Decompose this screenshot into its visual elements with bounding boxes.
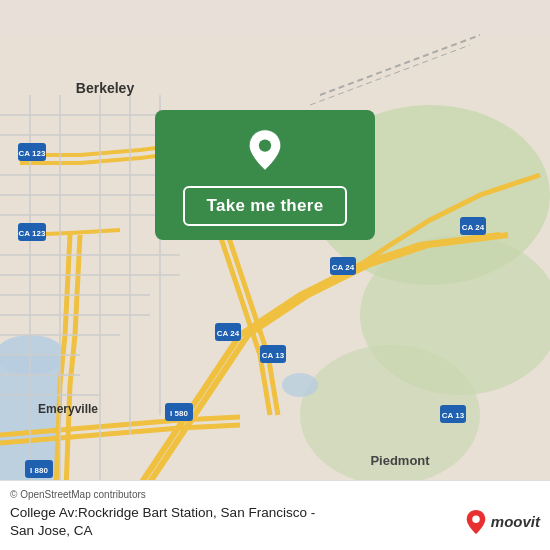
location-text: College Av:Rockridge Bart Station, San F…	[10, 504, 455, 540]
svg-point-48	[259, 139, 271, 151]
svg-text:I 580: I 580	[170, 409, 188, 418]
location-pin-icon	[243, 128, 287, 172]
map-container: CA 123 CA 123 CA 13 CA 13 CA 24 CA 24 CA…	[0, 0, 550, 550]
svg-text:CA 24: CA 24	[462, 223, 485, 232]
attribution-text: © OpenStreetMap contributors	[10, 489, 540, 500]
location-info: College Av:Rockridge Bart Station, San F…	[10, 504, 540, 540]
svg-point-49	[472, 515, 479, 522]
bottom-bar: © OpenStreetMap contributors College Av:…	[0, 480, 550, 550]
svg-text:CA 123: CA 123	[19, 229, 46, 238]
svg-text:Piedmont: Piedmont	[370, 453, 430, 468]
moovit-pin-icon	[465, 509, 487, 535]
svg-text:CA 13: CA 13	[442, 411, 465, 420]
map-background: CA 123 CA 123 CA 13 CA 13 CA 24 CA 24 CA…	[0, 0, 550, 550]
svg-text:I 880: I 880	[30, 466, 48, 475]
svg-text:Berkeley: Berkeley	[76, 80, 135, 96]
svg-text:CA 24: CA 24	[217, 329, 240, 338]
moovit-text: moovit	[491, 513, 540, 530]
svg-text:Emeryville: Emeryville	[38, 402, 98, 416]
svg-text:CA 24: CA 24	[332, 263, 355, 272]
svg-text:CA 13: CA 13	[262, 351, 285, 360]
moovit-logo: moovit	[465, 509, 540, 535]
svg-text:CA 123: CA 123	[19, 149, 46, 158]
svg-point-47	[282, 373, 318, 397]
take-me-there-button[interactable]: Take me there	[183, 186, 348, 226]
location-panel: Take me there	[155, 110, 375, 240]
